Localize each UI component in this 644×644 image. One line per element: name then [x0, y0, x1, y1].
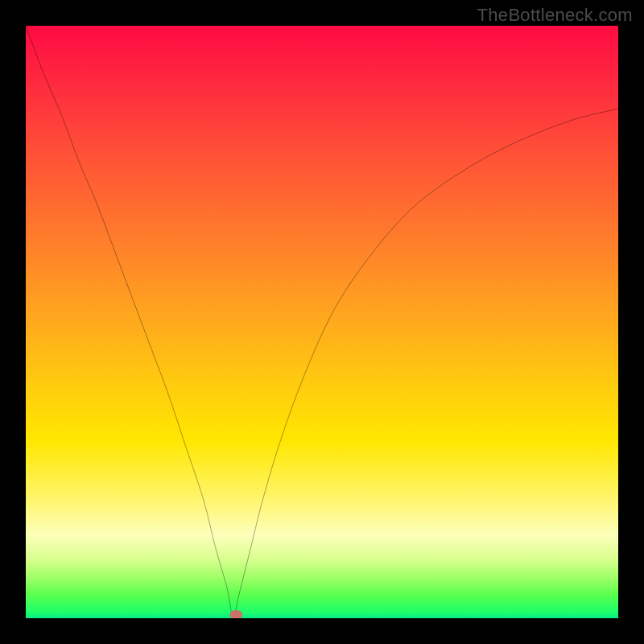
watermark-text: TheBottleneck.com: [477, 5, 633, 26]
bottleneck-curve: [26, 26, 618, 618]
curve-layer: [26, 26, 618, 618]
chart-frame: TheBottleneck.com: [0, 0, 644, 644]
current-point-marker: [229, 610, 242, 618]
plot-area: [26, 26, 618, 618]
